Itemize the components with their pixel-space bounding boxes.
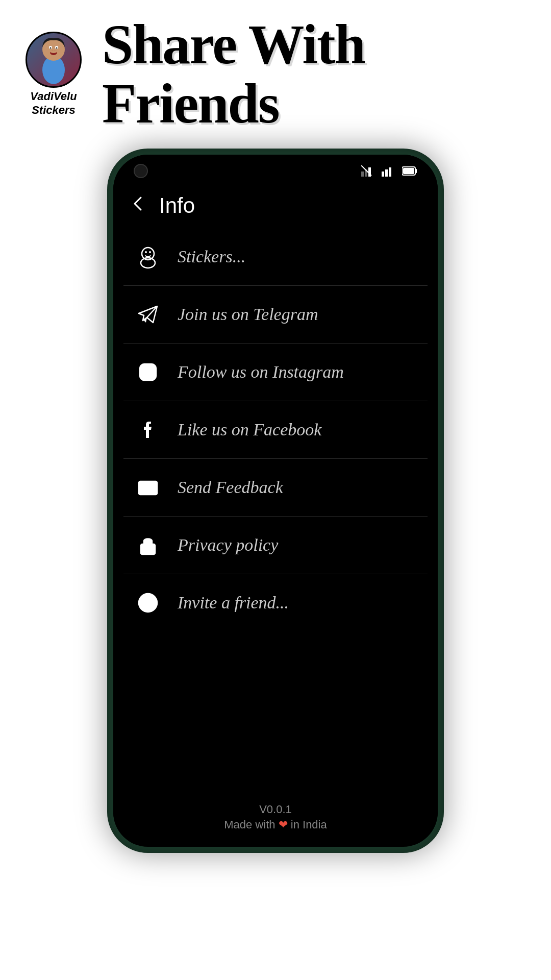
facebook-icon — [134, 415, 162, 444]
status-bar — [113, 155, 438, 183]
svg-rect-17 — [403, 168, 414, 174]
phone-device: Info — [107, 149, 444, 853]
svg-point-23 — [144, 368, 152, 376]
logo-figure-svg — [33, 34, 74, 85]
svg-point-27 — [146, 548, 149, 551]
menu-item-facebook[interactable]: Like us on Facebook — [123, 401, 428, 459]
menu-item-stickers[interactable]: Stickers... — [123, 228, 428, 286]
svg-point-7 — [50, 50, 57, 53]
page-main-title: Share With Friends — [102, 15, 531, 133]
battery-icon — [402, 165, 417, 177]
invite-label: Invite a friend... — [178, 593, 289, 612]
menu-list: Stickers... Join us on Telegram — [113, 228, 438, 631]
feedback-label: Send Feedback — [178, 478, 283, 497]
logo-avatar — [26, 32, 82, 88]
svg-rect-16 — [415, 169, 417, 173]
made-with-text: Made with ❤ in India — [113, 818, 438, 831]
logo-container: VadiVelu Stickers — [20, 32, 87, 117]
header-area: VadiVelu Stickers Share With Friends — [0, 0, 551, 143]
svg-rect-13 — [385, 169, 388, 177]
svg-point-20 — [145, 251, 147, 253]
menu-item-privacy[interactable]: Privacy policy — [123, 517, 428, 574]
whatsapp-icon — [134, 589, 162, 617]
heart-icon: ❤ — [279, 818, 288, 831]
title-wrapper: Share With Friends — [102, 15, 531, 133]
email-icon — [134, 473, 162, 502]
signal-icon — [361, 165, 375, 177]
svg-point-4 — [50, 47, 52, 49]
page-title: Info — [159, 193, 195, 218]
phone-screen: Info — [113, 155, 438, 847]
back-button[interactable] — [129, 194, 147, 217]
telegram-label: Join us on Telegram — [178, 305, 318, 324]
menu-item-telegram[interactable]: Join us on Telegram — [123, 286, 428, 344]
privacy-label: Privacy policy — [178, 535, 278, 555]
logo-text: VadiVelu Stickers — [20, 90, 87, 117]
instagram-icon — [134, 358, 162, 386]
app-content: Info — [113, 183, 438, 845]
telegram-icon — [134, 300, 162, 329]
instagram-label: Follow us on Instagram — [178, 362, 344, 382]
svg-point-24 — [153, 365, 155, 368]
sticker-icon — [134, 242, 162, 271]
menu-item-instagram[interactable]: Follow us on Instagram — [123, 344, 428, 401]
menu-item-invite[interactable]: Invite a friend... — [123, 574, 428, 631]
phone-wrapper: Info — [0, 149, 551, 853]
status-icons — [361, 165, 417, 177]
facebook-label: Like us on Facebook — [178, 420, 321, 439]
stickers-label: Stickers... — [178, 247, 245, 266]
svg-point-5 — [56, 47, 58, 49]
menu-item-feedback[interactable]: Send Feedback — [123, 459, 428, 517]
phone-footer: V0.0.1 Made with ❤ in India — [113, 803, 438, 831]
svg-rect-8 — [361, 172, 364, 177]
top-bar: Info — [113, 183, 438, 228]
svg-rect-12 — [382, 172, 384, 177]
camera-icon — [134, 164, 148, 178]
svg-point-21 — [149, 251, 151, 253]
signal-icon-2 — [382, 165, 396, 177]
lock-icon — [134, 531, 162, 559]
version-text: V0.0.1 — [113, 803, 438, 816]
svg-rect-14 — [389, 167, 391, 177]
